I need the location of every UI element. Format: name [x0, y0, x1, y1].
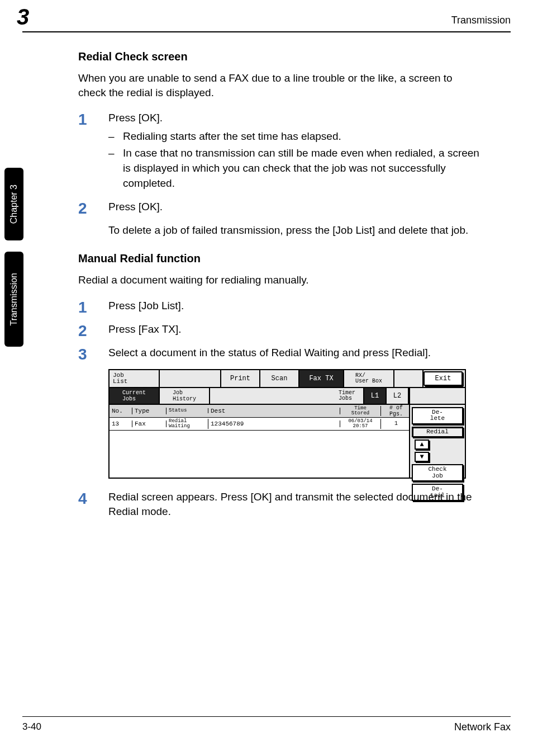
table-row[interactable]: 13 Fax Redial Waiting 123456789 06/03/14… [110, 418, 409, 431]
ss-sub-spacer [210, 388, 331, 404]
mr-step-1-text: Press [Job List]. [108, 299, 483, 315]
delete-button[interactable]: De- lete [412, 407, 463, 424]
cell-pgs: 1 [381, 420, 409, 427]
step-1: 1 Press [OK]. Redialing starts after the… [78, 111, 483, 193]
side-tab-chapter-label: Chapter 3 [9, 179, 19, 229]
step-2: 2 Press [OK]. [78, 200, 483, 216]
cell-dest: 123456789 [208, 420, 340, 427]
mr-step-2: 2 Press [Fax TX]. [78, 322, 483, 339]
page-header: 3 Transmission [22, 12, 511, 32]
tab-l1[interactable]: L1 [364, 388, 387, 404]
tab-l2[interactable]: L2 [387, 388, 409, 404]
check-job-button[interactable]: Check Job [412, 464, 463, 481]
tab-print[interactable]: Print [221, 370, 260, 387]
ss-body: No. Type Status Dest Time Stored # of Pg… [110, 405, 465, 478]
step-1-bullets: Redialing starts after the set time has … [108, 129, 483, 191]
tab-job-list[interactable]: Job List [110, 370, 160, 387]
chapter-number: 3 [17, 4, 29, 30]
side-tab-section-label: Transmission [9, 267, 19, 332]
redial-check-title: Redial Check screen [78, 50, 483, 63]
ss-top-spacer-2 [394, 370, 423, 387]
tab-timer-jobs[interactable]: Timer Jobs [331, 388, 364, 404]
step-2-number: 2 [78, 200, 94, 216]
ss-top-tabs: Job List Print Scan Fax TX RX/ User Box … [110, 370, 465, 388]
col-dest: Dest [208, 408, 340, 414]
mr-step-4-text: Redial screen appears. Press [OK] and tr… [108, 490, 483, 519]
tab-fax-tx[interactable]: Fax TX [299, 370, 344, 387]
tab-job-history[interactable]: Job History [160, 388, 210, 404]
cell-status: Redial Waiting [166, 419, 208, 429]
mr-step-4: 4 Redial screen appears. Press [OK] and … [78, 490, 483, 519]
tab-current-jobs[interactable]: Current Jobs [110, 388, 160, 404]
ss-top-spacer-1 [160, 370, 221, 387]
ss-table-head: No. Type Status Dest Time Stored # of Pg… [110, 405, 409, 418]
header-section-label: Transmission [451, 15, 511, 26]
step-1-number: 1 [78, 111, 94, 193]
manual-redial-intro: Redial a document waiting for redialing … [78, 273, 483, 287]
step-1-bullet-1: Redialing starts after the set time has … [108, 129, 483, 144]
mr-step-1: 1 Press [Job List]. [78, 299, 483, 315]
ss-sub-rightcol [409, 388, 465, 404]
mr-step-3-text: Select a document in the status of Redia… [108, 346, 483, 362]
tab-rx-user-box[interactable]: RX/ User Box [344, 370, 394, 387]
mr-step-3: 3 Select a document in the status of Red… [78, 346, 483, 362]
tab-scan[interactable]: Scan [260, 370, 299, 387]
mr-step-2-text: Press [Fax TX]. [108, 322, 483, 339]
step-2-text: Press [OK]. [108, 201, 163, 212]
col-type: Type [132, 408, 166, 414]
side-tab-chapter: Chapter 3 [4, 168, 23, 240]
cell-no: 13 [110, 420, 132, 427]
scroll-down-icon[interactable]: ▼ [415, 452, 429, 462]
col-time-stored: Time Stored [340, 406, 381, 416]
ss-sub-tabs: Current Jobs Job History Timer Jobs L1 L… [110, 388, 465, 405]
content-area: Redial Check screen When you are unable … [78, 50, 483, 526]
mr-step-2-number: 2 [78, 322, 94, 339]
col-status: Status [166, 408, 208, 413]
mr-step-4-number: 4 [78, 490, 94, 519]
redial-button[interactable]: Redial [412, 427, 463, 438]
exit-button[interactable]: Exit [423, 371, 463, 386]
cell-time: 06/03/14 20:57 [340, 419, 381, 429]
step-1-text: Press [OK]. [108, 112, 163, 124]
page-footer: 3-40 Network Fax [22, 716, 511, 734]
step-2-after: To delete a job of failed transmission, … [108, 223, 483, 238]
col-pgs: # of Pgs. [381, 405, 409, 417]
mr-step-3-number: 3 [78, 346, 94, 362]
fax-job-list-screenshot: Job List Print Scan Fax TX RX/ User Box … [108, 369, 466, 479]
ss-table: No. Type Status Dest Time Stored # of Pg… [110, 405, 409, 478]
redial-check-intro: When you are unable to send a FAX due to… [78, 71, 483, 100]
manual-redial-title: Manual Redial function [78, 252, 483, 265]
side-tab-section: Transmission [4, 252, 23, 347]
scroll-up-icon[interactable]: ▲ [415, 440, 429, 450]
step-1-bullet-2: In case that no transmission can still b… [108, 146, 483, 191]
page-number: 3-40 [22, 721, 41, 733]
cell-type: Fax [132, 420, 166, 427]
col-no: No. [110, 408, 132, 414]
doc-title: Network Fax [454, 721, 511, 733]
mr-step-1-number: 1 [78, 299, 94, 315]
ss-right-panel: De- lete Redial ▲ ▼ Check Job De- tail [409, 405, 465, 478]
